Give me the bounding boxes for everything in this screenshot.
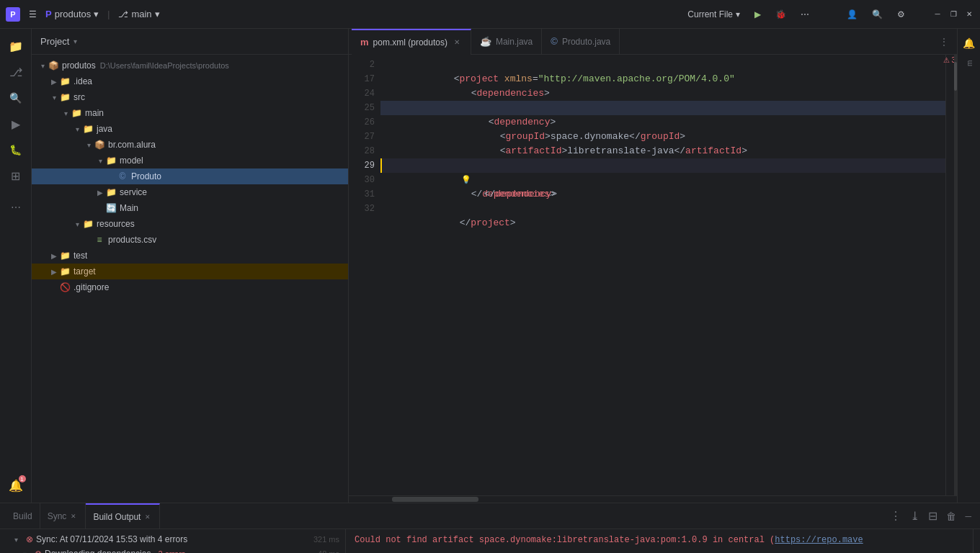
project-caret: ▾: [94, 9, 99, 19]
sync-tab-label: Sync: [48, 511, 67, 521]
scroll-to-end-icon[interactable]: ⤓: [907, 508, 922, 524]
tree-item-test[interactable]: ▶ 📁 test: [32, 248, 348, 264]
tree-item-products-csv[interactable]: ≡ products.csv: [32, 232, 348, 248]
tree-item-src[interactable]: ▾ 📁 src: [32, 89, 348, 105]
build-item-time: 321 ms: [313, 535, 339, 544]
line-num-26: 26: [355, 115, 375, 130]
tree-caret: ▾: [37, 62, 48, 70]
tree-item-model[interactable]: ▾ 📁 model: [32, 153, 348, 168]
lightbulb-icon[interactable]: 💡: [461, 173, 471, 187]
project-panel: Project ▾ ▾ 📦 produtos D:\Users\famil\Id…: [32, 29, 349, 503]
code-editor-container: 2 17 24 25 26 27 28 29 30 31 32 <project…: [349, 55, 957, 495]
tab-produto-java[interactable]: © Produto.java: [542, 29, 620, 55]
tree-item-produto[interactable]: © Produto: [32, 168, 348, 184]
right-gutter: ⚠ 3: [945, 55, 957, 495]
build-output-tab-close[interactable]: ✕: [143, 513, 152, 521]
folder-icon: 📁: [82, 124, 94, 134]
tab-close-button[interactable]: ✕: [452, 37, 462, 48]
tab-build-output[interactable]: Build Output ✕: [86, 503, 160, 529]
sidebar-item-debug[interactable]: 🐛: [4, 138, 27, 161]
more-actions-button[interactable]: ⋯: [796, 6, 814, 22]
branch-selector[interactable]: ⎇ main ▾: [118, 9, 159, 19]
tab-label: Produto.java: [562, 37, 610, 47]
build-item-downloading-deps[interactable]: ▾ ⊗ Downloading dependencies 2 errors 48…: [0, 547, 345, 553]
folder-icon: 📁: [105, 156, 117, 166]
search-everywhere-button[interactable]: 🔍: [868, 6, 887, 22]
sidebar-item-find[interactable]: 🔍: [4, 86, 27, 109]
line-num-31: 31: [355, 187, 375, 202]
build-tab-label: Build: [13, 511, 32, 521]
code-editor[interactable]: 2 17 24 25 26 27 28 29 30 31 32 <project…: [349, 55, 945, 495]
tree-item-service[interactable]: ▶ 📁 service: [32, 184, 348, 200]
restore-button[interactable]: ❐: [948, 9, 958, 19]
tree-caret: ▶: [49, 252, 59, 260]
tree-item-target[interactable]: ▶ 📁 target: [32, 264, 348, 279]
line-num-32: 32: [355, 202, 375, 216]
collapse-all-icon[interactable]: ⊟: [925, 508, 940, 524]
project-selector[interactable]: P produtos ▾: [45, 9, 99, 19]
tree-item-main-java[interactable]: 🔄 Main: [32, 200, 348, 216]
tree-label: .idea: [74, 76, 92, 86]
ml-icon[interactable]: m: [961, 55, 978, 72]
build-item-time: 48 ms: [318, 549, 339, 553]
output-link[interactable]: https://repo.mave: [775, 535, 863, 545]
tree-item-br-com-alura[interactable]: ▾ 📦 br.com.alura: [32, 137, 348, 153]
horizontal-scrollbar[interactable]: [349, 495, 957, 503]
tab-build[interactable]: Build: [6, 503, 40, 529]
project-name: produtos: [55, 9, 92, 19]
line-num-25: 25: [355, 101, 375, 115]
tab-icon-xml: m: [360, 37, 369, 48]
run-button[interactable]: ▶: [750, 6, 765, 22]
code-content[interactable]: <project xmlns="http://maven.apache.org/…: [380, 55, 945, 495]
filter-icon[interactable]: ⋮: [887, 508, 904, 524]
minimize-button[interactable]: ─: [932, 9, 943, 19]
folder-icon: 📁: [71, 108, 82, 118]
run-config-selector[interactable]: Current File ▾: [683, 6, 744, 22]
tab-more-button[interactable]: ⋮: [937, 35, 951, 48]
build-item-sync-root[interactable]: ▾ ⊗ Sync: At 07/11/2024 15:53 with 4 err…: [0, 532, 345, 547]
bottom-right-scrollbar[interactable]: [973, 529, 980, 553]
editor-scrollbar-thumb[interactable]: [954, 62, 957, 91]
line-num-28: 28: [355, 144, 375, 158]
hamburger-menu[interactable]: ☰: [26, 6, 40, 22]
folder-icon: 📁: [59, 76, 71, 86]
tab-label: pom.xml (produtos): [373, 37, 447, 48]
tree-item-resources[interactable]: ▾ 📁 resources: [32, 216, 348, 232]
tab-pom-xml[interactable]: m pom.xml (produtos) ✕: [352, 29, 471, 55]
sidebar-item-notifications[interactable]: 🔔 1: [4, 474, 27, 497]
sidebar-item-more[interactable]: ⋯: [4, 196, 27, 219]
sidebar-item-commit[interactable]: ⎇: [4, 60, 27, 84]
tree-label: main: [85, 108, 104, 118]
panel-title[interactable]: Project: [40, 36, 69, 47]
tree-item-gitignore[interactable]: 🚫 .gitignore: [32, 279, 348, 295]
tab-sync[interactable]: Sync ✕: [40, 503, 86, 529]
editor-scrollbar-track[interactable]: [954, 55, 957, 495]
tree-label: java: [97, 124, 112, 134]
tree-item-java[interactable]: ▾ 📁 java: [32, 121, 348, 137]
run-config-label: Current File: [687, 9, 733, 19]
tree-label: br.com.alura: [108, 140, 156, 150]
horizontal-scroll-thumb[interactable]: [392, 497, 478, 502]
code-line-25: <dependency>: [380, 101, 945, 115]
tree-label: .gitignore: [74, 282, 109, 292]
tree-item-produtos-root[interactable]: ▾ 📦 produtos D:\Users\famil\IdeaProjects…: [32, 58, 348, 73]
tree-item-idea[interactable]: ▶ 📁 .idea: [32, 73, 348, 89]
tree-item-main[interactable]: ▾ 📁 main: [32, 105, 348, 121]
debug-button[interactable]: 🐞: [771, 6, 790, 22]
minimize-panel-icon[interactable]: ─: [962, 510, 974, 523]
sidebar-item-project[interactable]: 📁: [4, 35, 27, 58]
build-item-label: Downloading dependencies: [45, 549, 151, 553]
clear-icon[interactable]: 🗑: [943, 509, 959, 523]
sync-tab-close[interactable]: ✕: [69, 512, 78, 521]
close-window-button[interactable]: ✕: [964, 9, 974, 19]
settings-button[interactable]: ⚙: [893, 6, 909, 22]
panel-title-caret[interactable]: ▾: [74, 37, 77, 45]
tab-main-java[interactable]: ☕ Main.java: [471, 29, 542, 55]
sidebar-item-plugins[interactable]: ⊞: [4, 164, 27, 187]
error-count-icon: ⚠: [943, 56, 950, 64]
sidebar-item-run[interactable]: ▶: [4, 112, 27, 135]
notifications-icon[interactable]: 🔔: [961, 35, 978, 52]
tree-caret: ▶: [49, 78, 59, 86]
line-numbers: 2 17 24 25 26 27 28 29 30 31 32: [349, 55, 380, 495]
account-button[interactable]: 👤: [842, 6, 862, 22]
